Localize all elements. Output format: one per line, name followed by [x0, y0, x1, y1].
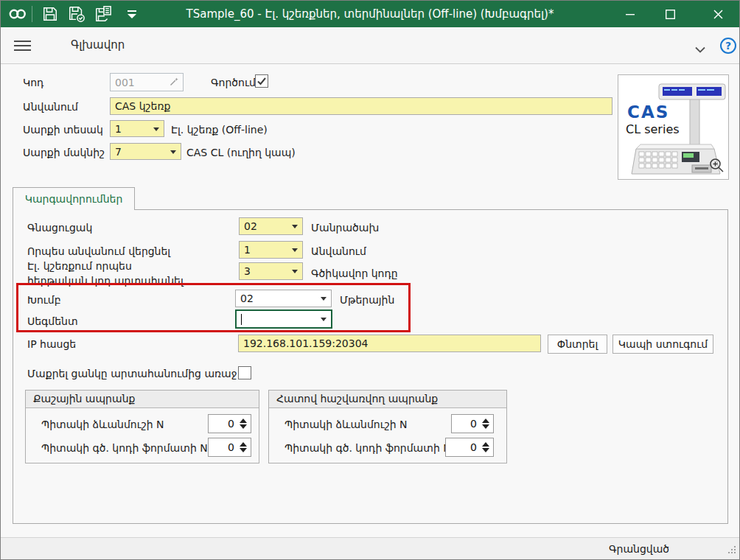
- spinner-down-icon[interactable]: [240, 424, 247, 429]
- combo-arrow-icon: [321, 297, 327, 301]
- export-code-description: Գծիկավոր կոդը: [311, 267, 398, 279]
- close-button[interactable]: [698, 1, 738, 27]
- chevron-down-icon[interactable]: [695, 42, 705, 56]
- status-bar: Գրանցված: [1, 537, 739, 560]
- export-code-combo[interactable]: 3: [239, 262, 303, 280]
- take-as-name-label: Որպես անվանում վերցնել: [27, 245, 170, 257]
- device-type-label: Սարքի տեսակ: [23, 124, 103, 136]
- combo-arrow-icon: [292, 248, 298, 252]
- status-text: Գրանցված: [609, 543, 669, 555]
- label-template-number: Պիտակի ձևանմուշի N: [41, 419, 164, 430]
- segment-label: Սեգմենտ: [27, 315, 78, 327]
- tab-settings[interactable]: Կարգավորումներ: [13, 187, 135, 210]
- maximize-button[interactable]: [652, 1, 688, 27]
- help-button[interactable]: ?: [720, 38, 736, 54]
- spinner-up-icon[interactable]: [240, 419, 247, 423]
- tab-main[interactable]: Գլխավոր: [71, 38, 125, 52]
- spinner-up-icon[interactable]: [240, 442, 247, 447]
- combo-arrow-icon: [292, 225, 298, 228]
- take-as-name-combo[interactable]: 1: [239, 241, 303, 259]
- label-barcode-format-number: Պիտակի գծ. կոդի ֆորմատի N: [285, 442, 451, 454]
- svg-text:CAS: CAS: [627, 102, 669, 122]
- label-template-number: Պիտակի ձևանմուշի N: [285, 419, 408, 430]
- clear-before-export-checkbox[interactable]: [238, 366, 251, 379]
- spinner-up-icon[interactable]: [482, 442, 489, 447]
- group-description: Մթերային: [340, 294, 394, 306]
- minimize-button[interactable]: [612, 1, 648, 27]
- code-label: Կոդ: [23, 77, 43, 88]
- take-as-name-description: Անվանում: [311, 245, 366, 257]
- title-bar: TSample_60 - Էլ. կշեռքներ, տերմինալներ (…: [1, 1, 739, 27]
- export-code-label-line2: հերթական կոդ արտահանել: [27, 275, 184, 287]
- spinner-down-icon[interactable]: [482, 424, 489, 429]
- combo-arrow-icon: [292, 270, 298, 273]
- export-code-label-line1: Էլ. կշեռքում որպես: [27, 260, 132, 272]
- device-brand-description: CAS CL (ուղիղ կապ): [186, 147, 296, 158]
- zoom-in-icon[interactable]: [708, 157, 725, 176]
- spinner-down-icon[interactable]: [240, 448, 247, 452]
- ip-label: IP հասցե: [27, 338, 76, 350]
- app-window: TSample_60 - Էլ. կշեռքներ, տերմինալներ (…: [0, 0, 740, 560]
- ip-input[interactable]: 192.168.101.159:20304: [238, 335, 541, 352]
- checkbox-check-icon: [256, 76, 267, 86]
- connection-test-button[interactable]: Կապի ստուգում: [612, 335, 713, 354]
- code-field: 001: [110, 73, 184, 91]
- label-barcode-format-number: Պիտակի գծ. կոդի ֆորմատի N: [41, 442, 208, 454]
- text-caret: [241, 314, 242, 325]
- barcode-format-spinner[interactable]: 0: [208, 438, 251, 457]
- name-label: Անվանում: [23, 101, 78, 113]
- groupbox-title: Հատով հաշվառվող ապրանք: [269, 391, 506, 408]
- segment-combo[interactable]: [235, 309, 332, 329]
- clear-before-export-label: Մաքրել ցանկը արտահանումից առաջ: [27, 368, 237, 379]
- active-checkbox[interactable]: [255, 74, 268, 88]
- spinner-down-icon[interactable]: [482, 448, 489, 452]
- combo-arrow-icon: [153, 127, 159, 131]
- barcode-format-spinner[interactable]: 0: [445, 438, 494, 457]
- ribbon-bar: Գլխավոր ?: [1, 27, 739, 64]
- groupbox-title: Քաշային ապրանք: [26, 391, 259, 408]
- device-brand-combo[interactable]: 7: [110, 143, 181, 160]
- resize-grip-icon[interactable]: [727, 544, 736, 558]
- price-list-description: Մանրածախ: [311, 222, 379, 234]
- device-brand-label: Սարքի մակնիշ: [23, 147, 105, 158]
- combo-arrow-icon: [321, 318, 327, 321]
- magic-wand-icon: [169, 77, 179, 89]
- search-button[interactable]: Փնտրել: [548, 335, 607, 354]
- menu-icon[interactable]: [14, 41, 31, 52]
- group-label: Խումբ: [27, 294, 61, 306]
- name-input[interactable]: CAS կշեռք: [110, 97, 612, 115]
- label-template-spinner[interactable]: 0: [208, 414, 251, 433]
- price-list-combo[interactable]: 02: [239, 217, 303, 235]
- spinner-up-icon[interactable]: [482, 419, 489, 423]
- device-type-description: Էլ. կշեռք (Off-line): [171, 124, 268, 136]
- label-template-spinner[interactable]: 0: [451, 414, 494, 433]
- svg-text:CL series: CL series: [626, 122, 680, 136]
- combo-arrow-icon: [170, 150, 176, 154]
- price-list-label: Գնացուցակ: [27, 222, 92, 234]
- product-image: CAS CL series: [618, 74, 729, 180]
- group-combo[interactable]: 02: [235, 290, 332, 307]
- device-type-combo[interactable]: 1: [110, 120, 164, 137]
